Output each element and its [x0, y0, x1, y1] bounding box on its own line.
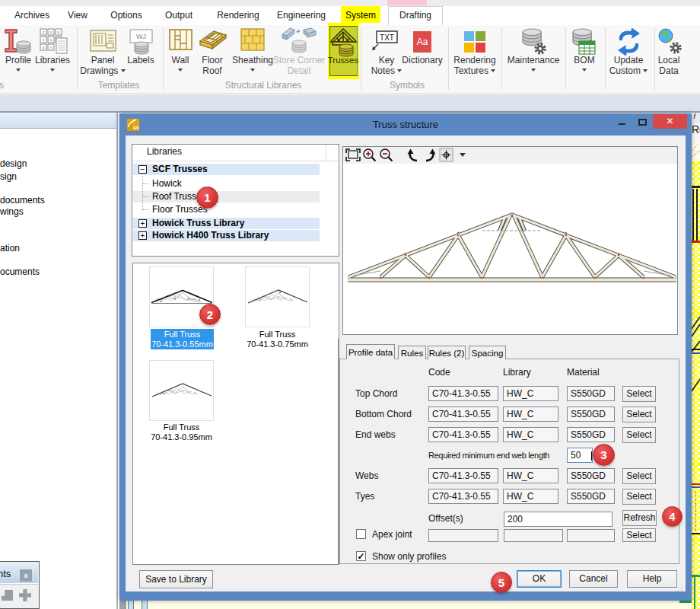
svg-text:c: c: [43, 30, 45, 34]
svg-text:WJ: WJ: [136, 33, 146, 40]
svg-text:u: u: [49, 37, 52, 42]
svg-text:x: x: [50, 45, 52, 49]
svg-text:u: u: [57, 30, 59, 34]
svg-text:TXT: TXT: [380, 33, 394, 42]
svg-text:x: x: [50, 30, 52, 34]
svg-text:v: v: [43, 37, 45, 42]
svg-text:Aa: Aa: [417, 37, 428, 47]
